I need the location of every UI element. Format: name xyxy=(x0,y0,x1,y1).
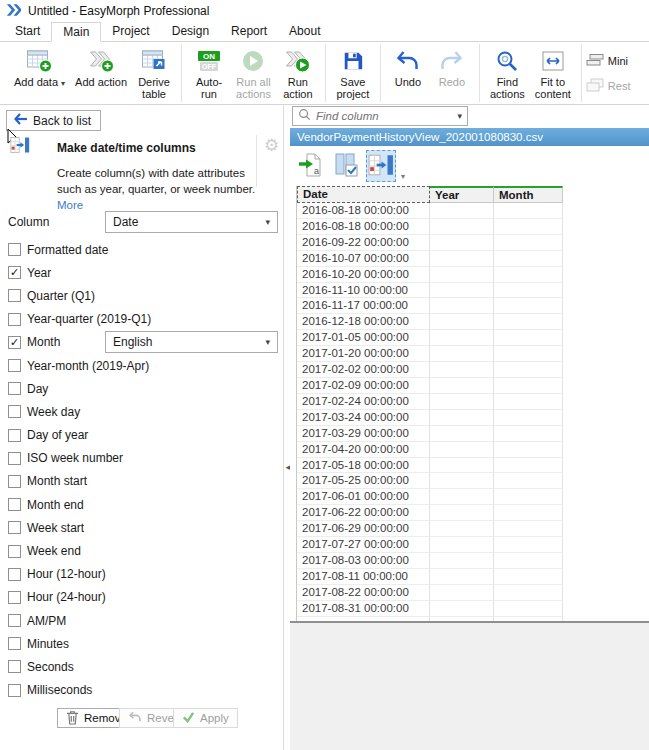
table-row[interactable]: 2017-02-24 00:00:00 xyxy=(297,394,563,410)
checkbox[interactable] xyxy=(8,405,21,418)
table-cell[interactable] xyxy=(494,569,563,585)
menu-tab-design[interactable]: Design xyxy=(161,22,220,42)
checkbox[interactable] xyxy=(8,475,21,488)
checkbox[interactable] xyxy=(8,382,21,395)
table-cell[interactable]: 2017-06-01 00:00:00 xyxy=(297,489,430,505)
checkbox[interactable] xyxy=(8,637,21,650)
datetime-columns-action-icon-selected[interactable] xyxy=(366,150,396,182)
column-header-year[interactable]: Year xyxy=(430,186,494,203)
checkbox[interactable] xyxy=(8,243,21,256)
checkbox[interactable] xyxy=(8,591,21,604)
table-cell[interactable]: 2016-09-22 00:00:00 xyxy=(297,235,430,251)
table-cell[interactable] xyxy=(494,378,563,394)
table-row[interactable]: 2017-08-22 00:00:00 xyxy=(297,585,563,601)
table-cell[interactable] xyxy=(430,314,494,330)
checkbox[interactable]: ✓ xyxy=(8,266,21,279)
table-row[interactable]: 2017-04-20 00:00:00 xyxy=(297,442,563,458)
table-cell[interactable] xyxy=(494,203,563,219)
table-cell[interactable] xyxy=(494,283,563,299)
table-cell[interactable]: 2017-02-02 00:00:00 xyxy=(297,362,430,378)
table-row[interactable]: 2017-02-02 00:00:00 xyxy=(297,362,563,378)
table-cell[interactable] xyxy=(494,314,563,330)
table-cell[interactable] xyxy=(494,410,563,426)
toolbar-auto-run-button[interactable]: ONOFFAuto-run xyxy=(187,44,231,102)
table-row[interactable]: 2016-11-17 00:00:00 xyxy=(297,298,563,314)
toolbar-redo-button[interactable]: Redo xyxy=(430,44,474,102)
checkbox[interactable] xyxy=(8,545,21,558)
table-cell[interactable] xyxy=(494,426,563,442)
checkbox[interactable] xyxy=(8,452,21,465)
table-row[interactable]: 2017-08-31 00:00:00 xyxy=(297,601,563,617)
column-header-date[interactable]: Date xyxy=(297,186,430,203)
toolbar-derive-table-button[interactable]: Derivetable xyxy=(132,44,176,102)
table-cell[interactable]: 2016-10-07 00:00:00 xyxy=(297,251,430,267)
table-cell[interactable] xyxy=(494,330,563,346)
checkbox-row-minutes[interactable]: Minutes xyxy=(0,632,284,655)
table-row[interactable]: 2016-09-22 00:00:00 xyxy=(297,235,563,251)
table-cell[interactable] xyxy=(494,346,563,362)
more-actions-caret[interactable]: ▾ xyxy=(401,172,405,182)
toolbar-fit-to-content-button[interactable]: Fit tocontent xyxy=(530,44,576,102)
table-cell[interactable] xyxy=(430,235,494,251)
table-cell[interactable] xyxy=(430,537,494,553)
checkbox-row-hour-12-hour-[interactable]: Hour (12-hour) xyxy=(0,563,284,586)
table-cell[interactable]: 2016-11-17 00:00:00 xyxy=(297,298,430,314)
table-cell[interactable] xyxy=(494,489,563,505)
month-language-dropdown[interactable]: English▾ xyxy=(105,331,278,353)
restore-tables-button[interactable]: Rest xyxy=(586,78,649,94)
back-to-list-button[interactable]: Back to list xyxy=(6,110,101,131)
table-row[interactable]: 2017-06-01 00:00:00 xyxy=(297,489,563,505)
table-cell[interactable] xyxy=(494,362,563,378)
table-cell[interactable] xyxy=(494,394,563,410)
checkbox[interactable] xyxy=(8,498,21,511)
table-row[interactable]: 2017-03-29 00:00:00 xyxy=(297,426,563,442)
checkbox-row-month[interactable]: ✓MonthEnglish▾ xyxy=(0,331,284,354)
table-row[interactable]: 2017-07-27 00:00:00 xyxy=(297,537,563,553)
table-cell[interactable]: 2017-02-09 00:00:00 xyxy=(297,378,430,394)
table-cell[interactable] xyxy=(430,505,494,521)
checkbox[interactable] xyxy=(8,313,21,326)
checkbox[interactable] xyxy=(8,429,21,442)
table-cell[interactable] xyxy=(430,283,494,299)
toolbar-save-project-button[interactable]: Saveproject xyxy=(331,44,375,102)
table-cell[interactable]: 2017-08-11 00:00:00 xyxy=(297,569,430,585)
menu-tab-start[interactable]: Start xyxy=(4,22,51,42)
checkbox[interactable] xyxy=(8,614,21,627)
table-cell[interactable] xyxy=(430,298,494,314)
table-row[interactable]: 2016-10-20 00:00:00 xyxy=(297,267,563,283)
table-cell[interactable] xyxy=(494,585,563,601)
table-row[interactable]: 2016-10-07 00:00:00 xyxy=(297,251,563,267)
checkbox-row-iso-week-number[interactable]: ISO week number xyxy=(0,447,284,470)
checkbox-row-week-day[interactable]: Week day xyxy=(0,400,284,423)
table-cell[interactable]: 2017-01-20 00:00:00 xyxy=(297,346,430,362)
table-cell[interactable] xyxy=(297,617,430,621)
import-file-action-icon[interactable]: a xyxy=(296,150,326,182)
table-cell[interactable] xyxy=(494,537,563,553)
checkbox-row-year-month-2019-apr-[interactable]: Year-month (2019-Apr) xyxy=(0,354,284,377)
menu-tab-main[interactable]: Main xyxy=(51,22,101,42)
table-cell[interactable] xyxy=(494,617,563,621)
checkbox[interactable]: ✓ xyxy=(8,336,21,349)
apply-button[interactable]: Apply xyxy=(173,708,238,728)
menu-tab-report[interactable]: Report xyxy=(220,22,278,42)
table-cell[interactable] xyxy=(430,489,494,505)
table-cell[interactable] xyxy=(494,601,563,617)
table-cell[interactable] xyxy=(494,442,563,458)
table-cell[interactable] xyxy=(430,473,494,489)
table-row[interactable]: 2016-12-18 00:00:00 xyxy=(297,314,563,330)
checkbox[interactable] xyxy=(8,359,21,372)
table-cell[interactable]: 2016-10-20 00:00:00 xyxy=(297,267,430,283)
table-cell[interactable]: 2017-03-24 00:00:00 xyxy=(297,410,430,426)
table-row[interactable]: 2017-08-03 00:00:00 xyxy=(297,553,563,569)
table-row[interactable]: 2017-08-11 00:00:00 xyxy=(297,569,563,585)
checkbox-row-quarter-q1-[interactable]: Quarter (Q1) xyxy=(0,284,284,307)
table-cell[interactable] xyxy=(430,251,494,267)
toolbar-undo-button[interactable]: Undo xyxy=(386,44,430,102)
table-cell[interactable] xyxy=(430,442,494,458)
table-row[interactable]: 2016-08-18 00:00:00 xyxy=(297,219,563,235)
table-row[interactable]: 2017-02-09 00:00:00 xyxy=(297,378,563,394)
table-cell[interactable] xyxy=(430,378,494,394)
toolbar-add-action-button[interactable]: Add action xyxy=(70,44,132,102)
table-cell[interactable] xyxy=(430,553,494,569)
table-row[interactable]: 2016-11-10 00:00:00 xyxy=(297,283,563,299)
